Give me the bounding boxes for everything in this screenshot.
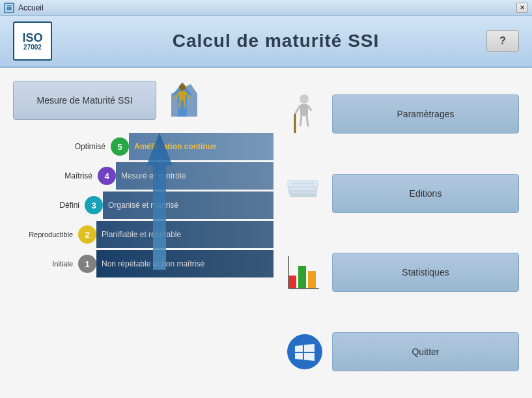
- svg-rect-5: [179, 91, 186, 100]
- app-title: Calcul de maturité SSI: [65, 31, 486, 51]
- pyramid-level-2: Reproductible 2 Planifiable et répétable: [13, 221, 273, 248]
- level-3-bar: Organisé et maîtrisé: [103, 192, 273, 219]
- iso-text: ISO: [22, 32, 42, 44]
- pyramid-level-5: Optimisé 5 Amélioration continue: [52, 133, 273, 160]
- level-4-bar: Mesuré et contrôlé: [116, 162, 273, 190]
- editions-button[interactable]: Editions: [332, 174, 519, 213]
- left-panel: Mesure de Maturité SSI: [13, 78, 273, 388]
- parametrages-button[interactable]: Paramètrages: [332, 94, 519, 134]
- level-3-name: Défini: [26, 201, 85, 210]
- quitter-row: Quitter: [283, 315, 519, 388]
- pyramid-level-4: Maîtrisé 4 Mesuré et contrôlé: [39, 162, 273, 190]
- header: ISO 27002 Calcul de maturité SSI ?: [0, 16, 532, 68]
- svg-point-11: [300, 94, 309, 104]
- statistiques-icon: [283, 251, 326, 294]
- level-1-circle: 1: [78, 255, 96, 273]
- editions-icon: [283, 172, 326, 214]
- svg-point-4: [179, 84, 186, 91]
- svg-line-16: [307, 116, 308, 126]
- level-5-bar: Amélioration continue: [129, 133, 273, 160]
- level-1-name: Initiale: [13, 260, 78, 268]
- level-2-name: Reproductible: [13, 231, 78, 238]
- title-bar: Accueil ✕: [0, 0, 532, 16]
- parametrages-row: Paramètrages: [283, 78, 519, 150]
- svg-rect-12: [300, 104, 308, 116]
- mesure-row: Mesure de Maturité SSI: [13, 78, 273, 123]
- main-content: Mesure de Maturité SSI: [0, 68, 532, 398]
- level-2-bar: Planifiable et répétable: [96, 221, 273, 248]
- right-panel: Paramètrages Editions: [283, 78, 519, 388]
- level-5-name: Optimisé: [52, 142, 111, 151]
- iso-number: 27002: [23, 44, 42, 51]
- level-5-circle: 5: [111, 137, 129, 156]
- svg-rect-26: [308, 271, 316, 289]
- parametrages-icon: [283, 92, 326, 135]
- level-3-circle: 3: [85, 196, 103, 214]
- mesure-icon: [163, 81, 202, 120]
- svg-line-15: [300, 116, 301, 126]
- svg-rect-25: [298, 266, 306, 289]
- pyramid-container: Optimisé 5 Amélioration continue Maîtris…: [13, 133, 273, 388]
- windows-icon: [283, 331, 326, 373]
- window-icon: [4, 3, 14, 13]
- statistiques-button[interactable]: Statistiques: [332, 253, 519, 292]
- pyramid-level-1: Initiale 1 Non répétable et non maîtrisé: [13, 250, 273, 277]
- editions-row: Editions: [283, 157, 519, 230]
- svg-rect-0: [6, 5, 12, 11]
- svg-rect-24: [288, 276, 296, 289]
- window-title: Accueil: [18, 3, 515, 12]
- quitter-button[interactable]: Quitter: [332, 332, 519, 371]
- level-1-bar: Non répétable et non maîtrisé: [96, 250, 273, 277]
- level-2-circle: 2: [78, 225, 96, 244]
- iso-logo: ISO 27002: [13, 21, 52, 61]
- svg-line-13: [295, 106, 300, 114]
- pyramid-level-3: Défini 3 Organisé et maîtrisé: [26, 192, 273, 219]
- mesure-button[interactable]: Mesure de Maturité SSI: [13, 81, 156, 120]
- level-4-name: Maîtrisé: [39, 171, 98, 180]
- help-button[interactable]: ?: [486, 30, 519, 52]
- svg-line-14: [308, 106, 311, 111]
- svg-rect-21: [288, 180, 318, 187]
- level-4-circle: 4: [98, 167, 116, 185]
- statistiques-row: Statistiques: [283, 236, 519, 309]
- close-button[interactable]: ✕: [516, 3, 528, 13]
